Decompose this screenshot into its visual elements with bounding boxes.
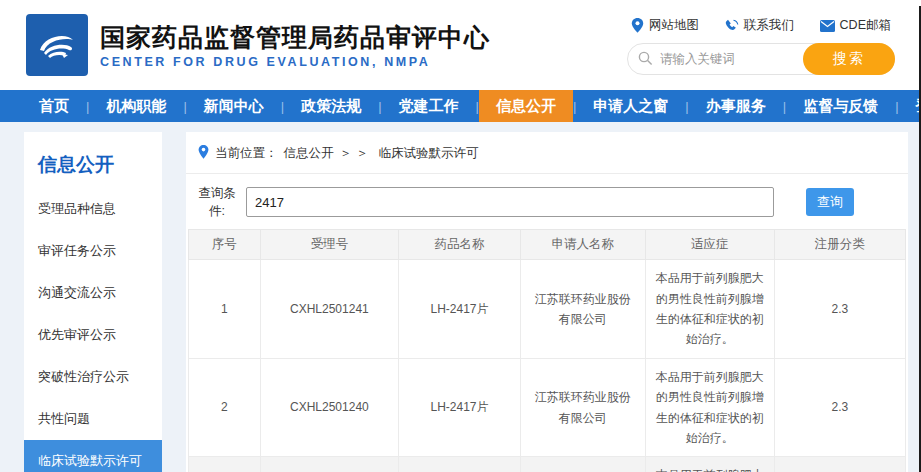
query-form: 查询条件: 查询 (186, 174, 908, 229)
cell-drug-name: LH-2417片 (399, 260, 521, 359)
search-button[interactable]: 搜索 (803, 43, 895, 75)
cell-registration-class: 2.3 (774, 358, 905, 457)
sidebar-item-common-issues[interactable]: 共性问题 (24, 398, 162, 440)
col-header-applicant: 申请人名称 (520, 230, 645, 260)
main-panel: 当前位置： 信息公开 ＞＞ 临床试验默示许可 查询条件: 查询 序号 受理 (186, 132, 908, 472)
table-row: 3 CXHL2501239 LH-2417片 江苏联环药业股份有限公司 本品用于… (189, 457, 906, 472)
mail-link[interactable]: CDE邮箱 (820, 17, 891, 34)
query-condition-input[interactable] (246, 187, 774, 217)
location-pin-icon (198, 145, 209, 162)
table-row: 2 CXHL2501240 LH-2417片 江苏联环药业股份有限公司 本品用于… (189, 358, 906, 457)
content-area: 信息公开 受理品种信息 审评任务公示 沟通交流公示 优先审评公示 突破性治疗公示… (0, 122, 921, 472)
table-header-row: 序号 受理号 药品名称 申请人名称 适应症 注册分类 (189, 230, 906, 260)
quick-links: 网站地图 联系我们 CDE邮箱 (627, 17, 895, 34)
breadcrumb-separator: ＞＞ (340, 145, 373, 162)
breadcrumb-section[interactable]: 信息公开 (284, 145, 334, 162)
searchbar: 搜索 (627, 43, 895, 75)
sidebar-item-review-tasks[interactable]: 审评任务公示 (24, 230, 162, 272)
site-title: 国家药品监督管理局药品审评中心 (100, 22, 490, 52)
main-nav: 首页 机构职能 新闻中心 政策法规 党建工作 信息公开 申请人之窗 办事服务 监… (0, 90, 921, 122)
brand: 国家药品监督管理局药品审评中心 CENTER FOR DRUG EVALUATI… (26, 14, 490, 76)
nav-item-party[interactable]: 党建工作 (382, 90, 476, 122)
site-header: 国家药品监督管理局药品审评中心 CENTER FOR DRUG EVALUATI… (0, 0, 921, 90)
sidebar-item-accepted-varieties[interactable]: 受理品种信息 (24, 188, 162, 230)
query-condition-label: 查询条件: (196, 184, 238, 220)
cell-drug-name: LH-2417片 (399, 358, 521, 457)
nav-item-functions[interactable]: 机构职能 (89, 90, 183, 122)
col-header-acceptance-no: 受理号 (260, 230, 398, 260)
cell-indication: 本品用于前列腺肥大的男性良性前列腺增生的体征和症状的初始治疗。 (645, 358, 774, 457)
header-right: 网站地图 联系我们 CDE邮箱 (627, 17, 895, 75)
breadcrumb-prefix: 当前位置： (215, 145, 278, 162)
results-table: 序号 受理号 药品名称 申请人名称 适应症 注册分类 1 CXHL2501241… (188, 229, 906, 472)
cell-acceptance-no: CXHL2501241 (260, 260, 398, 359)
mail-label: CDE邮箱 (840, 17, 891, 34)
sitemap-link[interactable]: 网站地图 (631, 17, 699, 34)
sidebar: 信息公开 受理品种信息 审评任务公示 沟通交流公示 优先审评公示 突破性治疗公示… (24, 132, 162, 472)
cell-index: 1 (189, 260, 261, 359)
breadcrumb: 当前位置： 信息公开 ＞＞ 临床试验默示许可 (186, 132, 908, 174)
cell-indication: 本品用于前列腺肥大的男性良性前列腺增生的体征和症状的初始治疗。 (645, 457, 774, 472)
nav-item-registration-platform[interactable]: 登记备案平台 (899, 90, 921, 122)
cell-index: 3 (189, 457, 261, 472)
sidebar-item-communication[interactable]: 沟通交流公示 (24, 272, 162, 314)
contact-label: 联系我们 (744, 17, 794, 34)
contact-link[interactable]: 联系我们 (725, 17, 794, 34)
col-header-index: 序号 (189, 230, 261, 260)
brand-text: 国家药品监督管理局药品审评中心 CENTER FOR DRUG EVALUATI… (100, 22, 490, 69)
cell-index: 2 (189, 358, 261, 457)
map-pin-icon (631, 18, 644, 33)
site-subtitle: CENTER FOR DRUG EVALUATION, NMPA (100, 55, 490, 69)
nav-item-supervision[interactable]: 监督与反馈 (786, 90, 895, 122)
nav-item-news[interactable]: 新闻中心 (187, 90, 281, 122)
sidebar-item-priority-review[interactable]: 优先审评公示 (24, 314, 162, 356)
sitemap-label: 网站地图 (649, 17, 699, 34)
cell-registration-class: 2.3 (774, 457, 905, 472)
col-header-indication: 适应症 (645, 230, 774, 260)
nav-item-policies[interactable]: 政策法规 (284, 90, 378, 122)
cell-indication: 本品用于前列腺肥大的男性良性前列腺增生的体征和症状的初始治疗。 (645, 260, 774, 359)
cell-acceptance-no: CXHL2501239 (260, 457, 398, 472)
col-header-registration-class: 注册分类 (774, 230, 905, 260)
cde-website-page: 国家药品监督管理局药品审评中心 CENTER FOR DRUG EVALUATI… (0, 0, 921, 472)
cell-acceptance-no: CXHL2501240 (260, 358, 398, 457)
mail-icon (820, 20, 835, 32)
search-icon (638, 51, 653, 70)
nav-item-info-disclosure[interactable]: 信息公开 (479, 90, 573, 122)
nav-item-applicant-window[interactable]: 申请人之窗 (576, 90, 685, 122)
cell-applicant: 江苏联环药业股份有限公司 (520, 260, 645, 359)
sidebar-title: 信息公开 (24, 132, 162, 188)
table-row: 1 CXHL2501241 LH-2417片 江苏联环药业股份有限公司 本品用于… (189, 260, 906, 359)
cell-drug-name: LH-2417片 (399, 457, 521, 472)
cell-applicant: 江苏联环药业股份有限公司 (520, 358, 645, 457)
sidebar-item-clinical-trial-implied-license[interactable]: 临床试验默示许可 (24, 440, 162, 472)
nav-item-services[interactable]: 办事服务 (689, 90, 783, 122)
cell-registration-class: 2.3 (774, 260, 905, 359)
nav-item-home[interactable]: 首页 (22, 90, 86, 122)
cell-applicant: 江苏联环药业股份有限公司 (520, 457, 645, 472)
phone-icon (725, 19, 739, 33)
col-header-drug-name: 药品名称 (399, 230, 521, 260)
query-button[interactable]: 查询 (806, 188, 854, 216)
breadcrumb-current: 临床试验默示许可 (379, 145, 479, 162)
sidebar-item-breakthrough-therapy[interactable]: 突破性治疗公示 (24, 356, 162, 398)
cde-logo-icon (26, 14, 88, 76)
